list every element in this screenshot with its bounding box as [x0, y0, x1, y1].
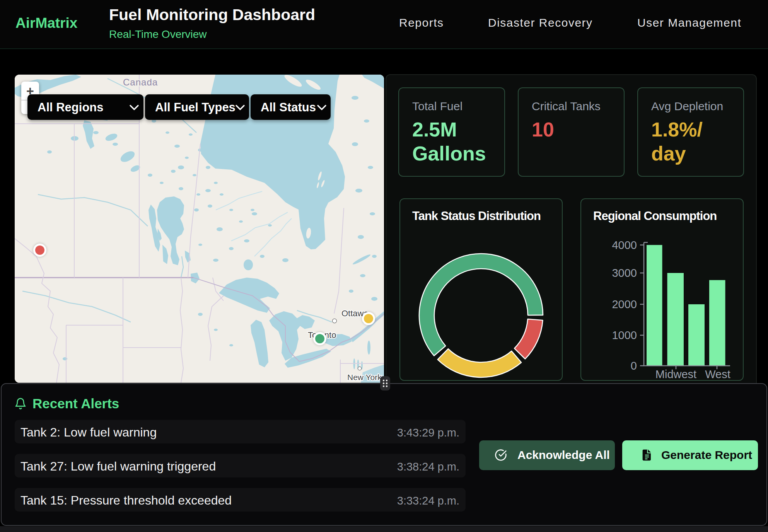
svg-text:0: 0: [631, 360, 637, 372]
svg-text:New York: New York: [347, 373, 382, 382]
svg-text:Midwest: Midwest: [655, 368, 696, 380]
svg-text:3000: 3000: [612, 267, 637, 279]
svg-text:1000: 1000: [612, 329, 637, 341]
svg-text:4000: 4000: [612, 239, 637, 251]
svg-text:West: West: [705, 368, 730, 380]
svg-text:2000: 2000: [612, 298, 637, 310]
svg-text:Canada: Canada: [123, 77, 158, 87]
